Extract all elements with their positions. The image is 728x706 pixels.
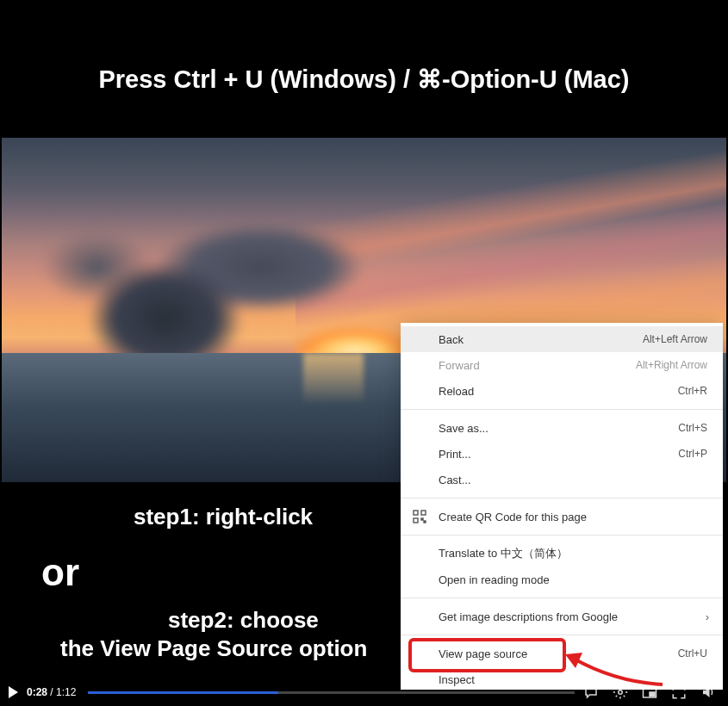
step2-label-line2: the View Page Source option bbox=[60, 635, 367, 662]
submenu-arrow-icon: › bbox=[706, 610, 709, 623]
menu-separator bbox=[401, 498, 723, 499]
svg-rect-4 bbox=[424, 521, 426, 523]
water-reflection-decoration bbox=[303, 353, 364, 405]
menu-shortcut: Alt+Right Arrow bbox=[636, 359, 707, 371]
menu-label: Cast... bbox=[439, 474, 707, 486]
settings-icon[interactable] bbox=[613, 684, 628, 700]
svg-rect-2 bbox=[414, 518, 418, 523]
video-player-controls: 0:28 / 1:12 bbox=[0, 678, 728, 706]
pip-icon[interactable] bbox=[642, 684, 657, 700]
menu-item-print[interactable]: Print... Ctrl+P bbox=[401, 441, 723, 467]
menu-item-create-qr[interactable]: Create QR Code for this page bbox=[401, 504, 723, 530]
menu-item-image-descriptions[interactable]: Get image descriptions from Google › bbox=[401, 604, 723, 629]
chat-icon[interactable] bbox=[583, 684, 599, 700]
menu-label: Open in reading mode bbox=[439, 573, 707, 586]
menu-shortcut: Ctrl+U bbox=[678, 647, 707, 660]
volume-icon[interactable] bbox=[700, 684, 716, 700]
menu-shortcut: Ctrl+S bbox=[678, 422, 707, 434]
svg-rect-1 bbox=[421, 511, 426, 515]
menu-item-translate[interactable]: Translate to 中文（简体） bbox=[401, 541, 723, 567]
svg-rect-7 bbox=[650, 692, 655, 697]
menu-item-back[interactable]: Back Alt+Left Arrow bbox=[401, 326, 723, 352]
menu-label: View page source bbox=[439, 647, 678, 660]
keyboard-shortcut-instruction: Press Ctrl + U (Windows) / ⌘-Option-U (M… bbox=[0, 65, 728, 94]
menu-separator bbox=[401, 598, 723, 598]
menu-label: Reload bbox=[439, 385, 678, 398]
menu-item-view-page-source[interactable]: View page source Ctrl+U bbox=[401, 641, 723, 666]
play-button[interactable] bbox=[9, 686, 18, 698]
progress-bar[interactable] bbox=[88, 691, 575, 694]
menu-shortcut: Alt+Left Arrow bbox=[643, 333, 707, 345]
current-time: 0:28 bbox=[27, 686, 47, 698]
fullscreen-icon[interactable] bbox=[671, 684, 687, 700]
step2-label-line1: step2: choose bbox=[168, 607, 319, 634]
or-label: or bbox=[41, 551, 79, 594]
menu-label: Print... bbox=[439, 448, 678, 461]
menu-shortcut: Ctrl+P bbox=[678, 448, 707, 460]
menu-separator bbox=[401, 535, 723, 536]
player-right-controls bbox=[583, 684, 719, 700]
qr-code-icon bbox=[413, 510, 426, 523]
menu-label: Create QR Code for this page bbox=[439, 511, 707, 523]
menu-label: Get image descriptions from Google bbox=[439, 610, 707, 623]
menu-label: Save as... bbox=[439, 422, 678, 435]
step1-label: step1: right-click bbox=[134, 504, 313, 530]
menu-label: Forward bbox=[439, 359, 636, 372]
menu-item-reload[interactable]: Reload Ctrl+R bbox=[401, 378, 723, 404]
time-display: 0:28 / 1:12 bbox=[27, 686, 76, 698]
menu-separator bbox=[401, 409, 723, 410]
menu-item-reading-mode[interactable]: Open in reading mode bbox=[401, 567, 723, 592]
menu-label: Translate to 中文（简体） bbox=[439, 546, 707, 561]
menu-separator bbox=[401, 635, 723, 635]
duration: 1:12 bbox=[56, 686, 76, 698]
menu-item-forward: Forward Alt+Right Arrow bbox=[401, 352, 723, 378]
svg-point-5 bbox=[619, 691, 623, 695]
svg-rect-3 bbox=[421, 518, 423, 520]
browser-context-menu: Back Alt+Left Arrow Forward Alt+Right Ar… bbox=[401, 323, 723, 690]
time-separator: / bbox=[47, 686, 56, 698]
menu-label: Back bbox=[439, 333, 643, 346]
progress-played bbox=[88, 691, 277, 694]
svg-rect-0 bbox=[414, 511, 418, 515]
menu-item-save-as[interactable]: Save as... Ctrl+S bbox=[401, 415, 723, 441]
menu-shortcut: Ctrl+R bbox=[678, 385, 707, 397]
menu-item-cast[interactable]: Cast... bbox=[401, 467, 723, 492]
